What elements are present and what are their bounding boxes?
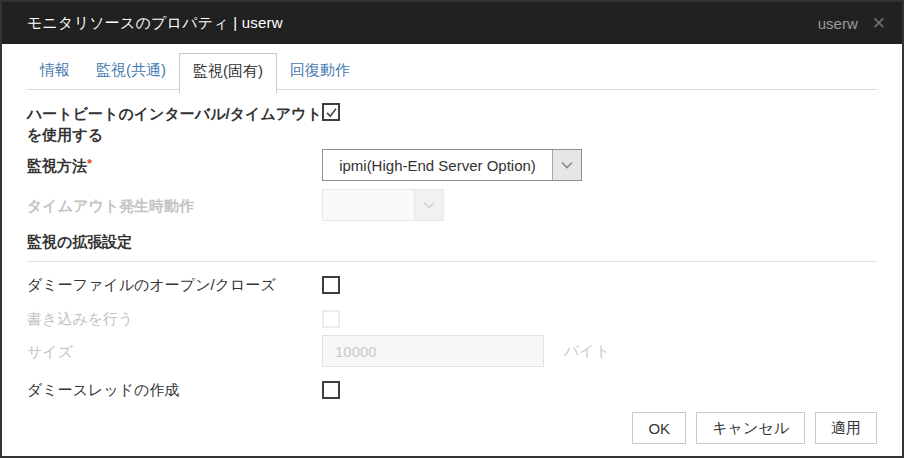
ok-button[interactable]: OK xyxy=(632,412,686,444)
row-write: 書き込みを行う xyxy=(27,308,877,329)
row-monitor-method: 監視方法* ipmi(High-End Server Option) xyxy=(27,149,877,181)
dummy-thread-checkbox[interactable] xyxy=(322,381,340,399)
heartbeat-label: ハートビートのインターバル/タイムアウトを使用する xyxy=(27,103,322,145)
cancel-button[interactable]: キャンセル xyxy=(696,412,805,444)
dummy-thread-label: ダミースレッドの作成 xyxy=(27,379,322,400)
monitor-method-value: ipmi(High-End Server Option) xyxy=(323,150,552,180)
monitor-method-label: 監視方法* xyxy=(27,155,322,176)
tab-info[interactable]: 情報 xyxy=(27,53,83,89)
row-dummy-file: ダミーファイルのオープン/クローズ xyxy=(27,274,877,295)
timeout-action-value xyxy=(323,190,414,220)
dialog-content: 情報 監視(共通) 監視(固有) 回復動作 ハートビートのインターバル/タイムア… xyxy=(2,44,902,456)
size-unit-label: バイト xyxy=(564,342,610,361)
row-dummy-thread: ダミースレッドの作成 xyxy=(27,379,877,400)
titlebar: モニタリソースのプロパティ | userw userw ✕ xyxy=(2,2,902,44)
dialog-subtitle: userw xyxy=(818,15,858,32)
chevron-down-icon xyxy=(414,190,443,220)
monitor-resource-properties-dialog: モニタリソースのプロパティ | userw userw ✕ 情報 監視(共通) … xyxy=(0,0,904,458)
tab-monitor-common[interactable]: 監視(共通) xyxy=(83,53,179,89)
write-label: 書き込みを行う xyxy=(27,308,322,329)
monitor-method-select[interactable]: ipmi(High-End Server Option) xyxy=(322,149,582,181)
heartbeat-checkbox[interactable] xyxy=(322,103,340,121)
tab-bar: 情報 監視(共通) 監視(固有) 回復動作 xyxy=(27,53,877,90)
footer-button-bar: OK キャンセル 適用 xyxy=(27,412,877,456)
timeout-action-select xyxy=(322,189,444,221)
write-checkbox xyxy=(322,310,340,328)
tab-recovery-action[interactable]: 回復動作 xyxy=(277,53,363,89)
dialog-title: モニタリソースのプロパティ | userw xyxy=(27,14,818,33)
size-input xyxy=(322,335,544,367)
required-asterisk: * xyxy=(87,156,92,171)
row-size: サイズ バイト xyxy=(27,335,877,367)
tab-monitor-specific[interactable]: 監視(固有) xyxy=(179,53,277,93)
check-icon xyxy=(325,106,338,119)
chevron-down-icon xyxy=(552,150,581,180)
row-timeout-action: タイムアウト発生時動作 xyxy=(27,189,877,221)
timeout-action-label: タイムアウト発生時動作 xyxy=(27,195,322,216)
apply-button[interactable]: 適用 xyxy=(815,412,877,444)
size-label: サイズ xyxy=(27,341,322,362)
section-extended-monitor-settings: 監視の拡張設定 xyxy=(27,233,877,262)
row-heartbeat: ハートビートのインターバル/タイムアウトを使用する xyxy=(27,103,877,145)
dummy-file-checkbox[interactable] xyxy=(322,276,340,294)
dummy-file-label: ダミーファイルのオープン/クローズ xyxy=(27,274,322,295)
close-icon[interactable]: ✕ xyxy=(872,15,886,32)
